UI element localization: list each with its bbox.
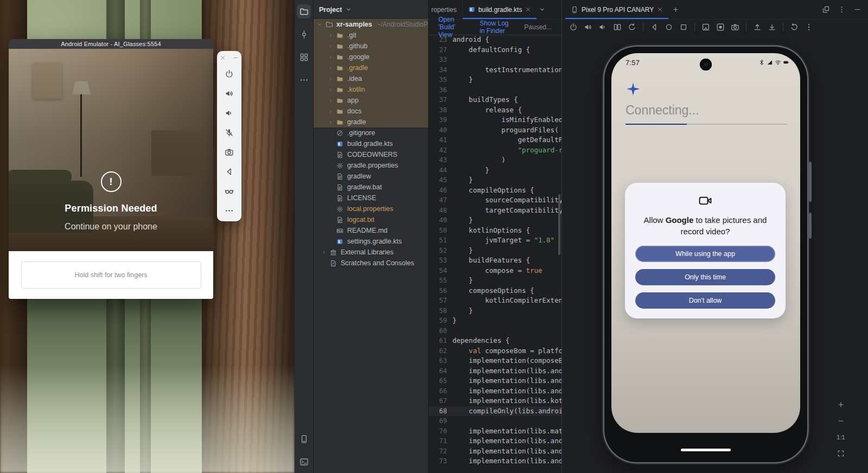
line-number[interactable]: 45: [429, 175, 452, 186]
phone-screen[interactable]: 7:57 Connecting... Allow Google to take …: [611, 53, 800, 433]
line-number[interactable]: 66: [429, 386, 452, 397]
device-volume-down-button[interactable]: [598, 22, 608, 32]
tree-root-item[interactable]: xr-samples ~/AndroidStudioProj: [314, 19, 428, 30]
line-number[interactable]: 53: [429, 255, 452, 266]
line-number[interactable]: 70: [429, 426, 452, 437]
tree-item[interactable]: gradlew.bat: [314, 182, 428, 193]
close-icon[interactable]: [657, 7, 663, 12]
line-number[interactable]: 37: [429, 95, 452, 105]
code-line[interactable]: 23android {: [429, 35, 561, 45]
minus-icon[interactable]: [232, 54, 240, 61]
line-number[interactable]: 47: [429, 195, 452, 206]
line-number[interactable]: 71: [429, 436, 452, 446]
tree-item[interactable]: .github: [314, 41, 428, 52]
tree-item[interactable]: .kotlin: [314, 84, 428, 95]
line-number[interactable]: 42: [429, 145, 452, 156]
code-line[interactable]: 67 implementation(libs.kotl: [429, 396, 561, 406]
line-number[interactable]: 55: [429, 276, 452, 286]
line-number[interactable]: 73: [429, 456, 452, 466]
tree-item[interactable]: logcat.txt: [314, 214, 428, 225]
chevron-right-icon[interactable]: [327, 108, 334, 114]
line-number[interactable]: 40: [429, 125, 452, 136]
permission-button[interactable]: Don't allow: [635, 292, 775, 309]
code-line[interactable]: 41 getDefaultPr: [429, 135, 561, 145]
chevron-right-icon[interactable]: [327, 54, 334, 60]
permission-button[interactable]: While using the app: [635, 246, 775, 262]
code-line[interactable]: 36: [429, 85, 561, 95]
tree-item[interactable]: CODEOWNERS: [314, 149, 428, 160]
show-log-in-finder-link[interactable]: Show Log in Finder: [480, 20, 512, 35]
line-number[interactable]: 67: [429, 396, 452, 406]
emulator-volume-up-button[interactable]: [221, 85, 238, 101]
code-editor[interactable]: 23android {27 defaultConfig {3334 testIn…: [429, 35, 561, 473]
code-line[interactable]: 57 kotlinCompilerExtens: [429, 296, 561, 306]
code-line[interactable]: 58 }: [429, 306, 561, 316]
code-line[interactable]: 70 implementation(libs.mate: [429, 426, 561, 437]
device-rotate-button[interactable]: [627, 22, 637, 32]
line-number[interactable]: 36: [429, 85, 452, 95]
code-line[interactable]: 43 ): [429, 155, 561, 165]
minus-button[interactable]: [853, 5, 861, 14]
tree-item[interactable]: build.gradle.kts: [314, 138, 428, 149]
line-number[interactable]: 58: [429, 306, 452, 316]
open-new-button[interactable]: [822, 5, 830, 14]
tab-build-gradle-kts[interactable]: build.gradle.kts: [463, 0, 537, 19]
close-icon[interactable]: [219, 54, 227, 61]
line-number[interactable]: 27: [429, 45, 452, 55]
tree-item[interactable]: app: [314, 95, 428, 106]
emulator-title-bar[interactable]: Android Emulator - AI_Glasses:5554: [9, 39, 213, 49]
code-line[interactable]: 65 implementation(libs.andr: [429, 376, 561, 386]
device-download-button[interactable]: [767, 22, 777, 32]
home-indicator[interactable]: [681, 449, 731, 451]
chevron-down-icon[interactable]: [345, 6, 352, 13]
code-line[interactable]: 59}: [429, 316, 561, 326]
emulator-glasses-button[interactable]: [221, 183, 238, 199]
hidden-tabs-chevron-icon[interactable]: [539, 0, 546, 19]
device-power-button[interactable]: [569, 22, 578, 32]
code-line[interactable]: 53 buildFeatures {: [429, 255, 561, 266]
code-line[interactable]: 60: [429, 326, 561, 336]
emulator-power-button[interactable]: [221, 66, 238, 82]
line-number[interactable]: 68: [429, 406, 452, 417]
code-line[interactable]: 62 val composeBom = platfor: [429, 346, 561, 356]
code-line[interactable]: 42 "proguard-ru: [429, 145, 561, 156]
chevron-right-icon[interactable]: [327, 43, 334, 49]
tree-item[interactable]: gradle: [314, 117, 428, 127]
permission-button[interactable]: Only this time: [635, 269, 775, 285]
emulator-screen[interactable]: ! Permission Needed Continue on your pho…: [9, 49, 213, 251]
emulator-more-h-button[interactable]: [221, 202, 238, 219]
device-overview-button[interactable]: [679, 22, 688, 32]
line-number[interactable]: 44: [429, 165, 452, 176]
chevron-right-icon[interactable]: [327, 76, 334, 82]
line-number[interactable]: 57: [429, 296, 452, 306]
fit-screen-button[interactable]: [835, 448, 846, 459]
line-number[interactable]: 59: [429, 316, 452, 326]
tree-item[interactable]: Scratches and Consoles: [314, 258, 428, 269]
code-line[interactable]: 69: [429, 416, 561, 426]
tree-item[interactable]: README.md: [314, 225, 428, 236]
line-number[interactable]: 34: [429, 65, 452, 75]
code-line[interactable]: 34 testInstrumentationR: [429, 65, 561, 75]
stripe-project-folder-button[interactable]: [297, 4, 311, 18]
zoom-minus-button[interactable]: [835, 416, 846, 426]
code-line[interactable]: 64 implementation(libs.andr: [429, 366, 561, 376]
device-volume-up-button[interactable]: [583, 22, 593, 32]
code-line[interactable]: 33: [429, 55, 561, 65]
line-number[interactable]: 23: [429, 35, 452, 45]
code-line[interactable]: 54 compose = true: [429, 266, 561, 276]
code-line[interactable]: 52 }: [429, 246, 561, 256]
tree-item[interactable]: gradlew: [314, 171, 428, 182]
device-more-v-button[interactable]: [804, 22, 814, 32]
chevron-right-icon[interactable]: [320, 250, 328, 255]
chevron-right-icon[interactable]: [327, 119, 334, 125]
more-v-button[interactable]: [838, 5, 846, 14]
chevron-right-icon[interactable]: [327, 87, 334, 93]
line-number[interactable]: 43: [429, 155, 452, 165]
line-number[interactable]: 33: [429, 55, 452, 65]
tree-item[interactable]: .git: [314, 30, 428, 41]
emulator-mic-off-button[interactable]: [221, 124, 238, 140]
code-line[interactable]: 37 buildTypes {: [429, 95, 561, 105]
device-fold-button[interactable]: [612, 22, 622, 32]
code-line[interactable]: 45 }: [429, 175, 561, 186]
stripe-terminal-button[interactable]: [297, 455, 311, 469]
